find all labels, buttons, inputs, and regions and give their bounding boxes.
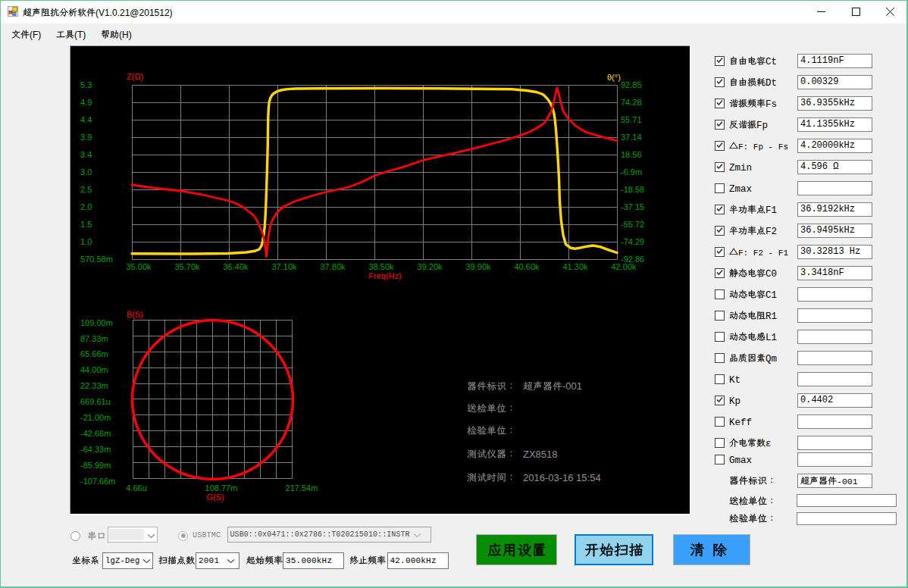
- svg-text:C1: C1: [766, 289, 777, 300]
- svg-text:-85.99m: -85.99m: [80, 461, 111, 470]
- svg-text:37.80k: 37.80k: [320, 262, 346, 271]
- svg-text:39.20k: 39.20k: [417, 262, 443, 271]
- svg-text:4.4: 4.4: [80, 115, 92, 124]
- svg-text:L1: L1: [766, 332, 777, 342]
- svg-text:Freq(Hz): Freq(Hz): [368, 271, 401, 280]
- svg-text:570.58m: 570.58m: [80, 255, 113, 264]
- svg-text:18.56: 18.56: [621, 150, 642, 159]
- svg-text:2.0: 2.0: [80, 202, 92, 211]
- svg-text:Kt: Kt: [729, 374, 740, 385]
- svg-text:1.0: 1.0: [80, 237, 92, 246]
- svg-text:F: Fp - Fs: F: Fp - Fs: [738, 142, 788, 151]
- svg-text:-37.15: -37.15: [621, 202, 644, 211]
- svg-text:-74.29: -74.29: [621, 237, 644, 246]
- svg-text:C0: C0: [766, 268, 777, 279]
- svg-text:22.33m: 22.33m: [80, 381, 108, 390]
- svg-text:(V1.0.21@201512): (V1.0.21@201512): [95, 7, 173, 17]
- svg-text:35.70k: 35.70k: [174, 262, 200, 271]
- svg-text:Zmin: Zmin: [729, 162, 752, 173]
- svg-text:(F): (F): [30, 29, 41, 39]
- svg-text:F: F2 - F1: F: F2 - F1: [738, 248, 788, 257]
- svg-text:35.00k: 35.00k: [126, 262, 152, 271]
- svg-text:92.85: 92.85: [621, 80, 642, 89]
- svg-text:Kp: Kp: [729, 396, 740, 406]
- svg-text:42.00k: 42.00k: [611, 262, 637, 271]
- svg-text:Keff: Keff: [729, 417, 752, 427]
- svg-text:(H): (H): [119, 29, 132, 39]
- svg-text:40.60k: 40.60k: [514, 262, 540, 271]
- svg-text:2.5: 2.5: [80, 185, 92, 194]
- svg-text:38.50k: 38.50k: [368, 262, 394, 271]
- svg-text:-001: -001: [562, 380, 582, 392]
- svg-text:39.90k: 39.90k: [465, 262, 491, 271]
- svg-text:Qm: Qm: [766, 353, 777, 364]
- svg-text:87.33m: 87.33m: [80, 334, 108, 343]
- svg-text:36.40k: 36.40k: [223, 262, 249, 271]
- svg-text:(T): (T): [74, 29, 86, 39]
- svg-text:-55.72: -55.72: [621, 220, 644, 229]
- svg-text:Gmax: Gmax: [729, 455, 752, 466]
- svg-text:37.14: 37.14: [621, 133, 642, 142]
- svg-text:55.71: 55.71: [621, 115, 642, 124]
- svg-text:Fp: Fp: [756, 120, 768, 130]
- svg-text:-21.00m: -21.00m: [80, 413, 111, 422]
- svg-text:B(S): B(S): [127, 310, 143, 319]
- svg-text:5.3: 5.3: [80, 80, 92, 89]
- svg-text:R1: R1: [766, 311, 777, 321]
- svg-text:4.9: 4.9: [80, 98, 92, 107]
- svg-text:3.0: 3.0: [80, 167, 92, 177]
- svg-text:1.5: 1.5: [80, 220, 92, 229]
- svg-text:-18.58: -18.58: [621, 185, 644, 194]
- svg-text:4.66u: 4.66u: [126, 483, 147, 493]
- svg-text:Z(Ω): Z(Ω): [127, 72, 143, 81]
- svg-text:2016-03-16 15:54: 2016-03-16 15:54: [523, 472, 601, 483]
- svg-text:F1: F1: [766, 205, 777, 215]
- svg-text:ZX8518: ZX8518: [523, 449, 558, 460]
- svg-text:44.00m: 44.00m: [80, 365, 108, 374]
- svg-text:3.4: 3.4: [80, 150, 92, 159]
- svg-text:-42.66m: -42.66m: [80, 429, 111, 438]
- svg-text:109.00m: 109.00m: [80, 318, 113, 327]
- svg-text:74.28: 74.28: [621, 98, 642, 107]
- svg-text:Dt: Dt: [766, 77, 777, 88]
- svg-text:-6.9m: -6.9m: [621, 167, 642, 177]
- svg-text:669.61u: 669.61u: [80, 397, 111, 406]
- svg-text:-001: -001: [837, 476, 858, 486]
- svg-text:-107.66m: -107.66m: [80, 477, 115, 486]
- svg-text:F2: F2: [766, 226, 777, 236]
- svg-text:Ct: Ct: [766, 56, 777, 67]
- svg-text:ε: ε: [766, 438, 772, 449]
- svg-text:θ(°): θ(°): [607, 73, 621, 82]
- svg-text:65.66m: 65.66m: [80, 349, 108, 358]
- svg-text:37.10k: 37.10k: [271, 262, 297, 271]
- svg-text:G(S): G(S): [206, 493, 224, 502]
- svg-text:Zmax: Zmax: [729, 183, 752, 194]
- svg-text:217.54m: 217.54m: [286, 483, 318, 493]
- svg-text:108.77m: 108.77m: [205, 483, 238, 493]
- svg-text:Fs: Fs: [766, 99, 777, 109]
- svg-text:-64.33m: -64.33m: [80, 445, 111, 454]
- svg-text:41.30k: 41.30k: [562, 262, 588, 271]
- svg-text:3.9: 3.9: [80, 133, 92, 142]
